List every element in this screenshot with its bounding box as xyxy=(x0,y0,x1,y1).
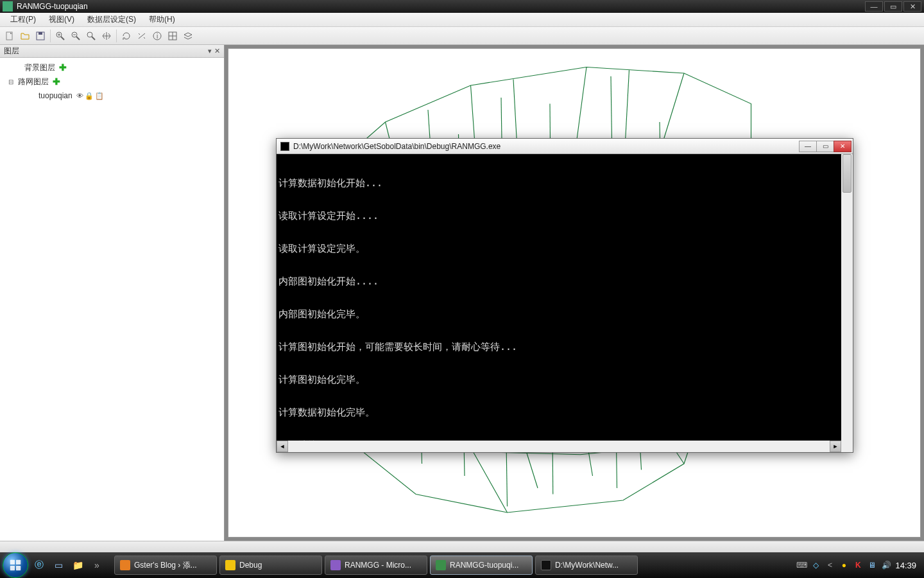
tray-chevron-icon[interactable]: ◇ xyxy=(810,560,821,570)
task-label: RANMGG-tuopuqi... xyxy=(450,561,518,570)
console-line: 读取计算设定完毕。 xyxy=(278,243,841,254)
console-maximize-button[interactable]: ▭ xyxy=(816,141,834,152)
quicklaunch-chevron-icon[interactable]: » xyxy=(89,556,105,574)
taskbar: ⓔ ▭ 📁 » Gster's Blog › 添... Debug RANMGG… xyxy=(0,552,924,578)
quicklaunch-ie-icon[interactable]: ⓔ xyxy=(31,556,47,574)
copy-icon[interactable]: 📋 xyxy=(95,92,104,100)
console-output: 计算数据初始化开始... 读取计算设定开始.... 读取计算设定完毕。 内部图初… xyxy=(278,156,841,452)
task-label: D:\MyWork\Netw... xyxy=(555,561,619,570)
system-tray: ⌨ ◇ < ● K 🖥 🔊 14:39 xyxy=(791,560,921,570)
pan-button[interactable] xyxy=(99,29,114,43)
task-label: RANMGG - Micro... xyxy=(345,561,411,570)
menubar: 工程(P) 视图(V) 数据层设定(S) 帮助(H) xyxy=(0,13,924,27)
task-icon xyxy=(225,560,235,570)
layers-button[interactable] xyxy=(181,29,195,43)
close-button[interactable]: ✕ xyxy=(903,1,921,12)
toolbar: i xyxy=(0,27,924,45)
lock-icon[interactable]: 🔒 xyxy=(85,92,94,100)
console-vscrollbar[interactable] xyxy=(841,154,853,441)
svg-rect-18 xyxy=(16,560,21,565)
panel-pin-icon[interactable]: ▾ xyxy=(208,47,212,55)
tree-row-background-layer[interactable]: 背景图层 ✚ xyxy=(0,60,224,74)
menu-datalayer[interactable]: 数据层设定(S) xyxy=(81,13,142,26)
minimize-button[interactable]: — xyxy=(865,1,883,12)
refresh-button[interactable] xyxy=(119,29,133,43)
statusbar xyxy=(0,541,924,552)
tree-expander-icon[interactable]: ⊟ xyxy=(8,78,14,85)
info-button[interactable]: i xyxy=(150,29,164,43)
new-file-button[interactable] xyxy=(3,29,17,43)
task-label: Gster's Blog › 添... xyxy=(134,560,197,571)
console-minimize-button[interactable]: — xyxy=(799,141,817,152)
settings-button[interactable] xyxy=(135,29,149,43)
quicklaunch-desktop-icon[interactable]: ▭ xyxy=(50,556,67,574)
console-body: 计算数据初始化开始... 读取计算设定开始.... 读取计算设定完毕。 内部图初… xyxy=(277,154,853,452)
console-line: 内部图初始化完毕。 xyxy=(278,309,841,320)
svg-point-10 xyxy=(87,32,92,37)
scroll-right-icon[interactable]: ► xyxy=(830,441,841,452)
console-close-button[interactable]: ✕ xyxy=(834,141,851,152)
zoom-out-button[interactable] xyxy=(69,29,83,43)
toolbar-separator xyxy=(116,30,117,42)
console-line: 计算图初始化完毕。 xyxy=(278,374,841,385)
console-window[interactable]: D:\MyWork\Network\GetSobolData\bin\Debug… xyxy=(276,138,853,453)
task-button[interactable]: Debug xyxy=(219,556,322,575)
tray-volume-icon[interactable]: 🔊 xyxy=(881,560,891,570)
svg-rect-20 xyxy=(16,566,21,570)
task-button[interactable]: D:\MyWork\Netw... xyxy=(535,556,638,575)
svg-line-8 xyxy=(76,37,80,40)
add-layer-icon[interactable]: ✚ xyxy=(59,62,67,73)
svg-text:i: i xyxy=(157,33,158,40)
save-button[interactable] xyxy=(33,29,47,43)
task-button[interactable]: Gster's Blog › 添... xyxy=(114,556,217,575)
task-button[interactable]: RANMGG-tuopuqi... xyxy=(430,556,533,575)
tree-label: tuopuqian xyxy=(38,91,73,100)
console-line: 计算数据初始化开始... xyxy=(278,178,841,189)
console-titlebar[interactable]: D:\MyWork\Network\GetSobolData\bin\Debug… xyxy=(277,139,853,154)
tray-keyboard-icon[interactable]: ⌨ xyxy=(796,560,807,570)
task-icon xyxy=(541,560,551,570)
task-button[interactable]: RANMGG - Micro... xyxy=(325,556,427,575)
zoom-fit-button[interactable] xyxy=(84,29,98,43)
console-line: 读取计算设定开始.... xyxy=(278,211,841,222)
app-title: RANMGG-tuopuqian xyxy=(17,2,865,11)
app-icon xyxy=(3,1,13,12)
tray-network-icon[interactable]: 🖥 xyxy=(867,560,877,570)
menu-help[interactable]: 帮助(H) xyxy=(142,13,182,26)
start-button[interactable] xyxy=(3,552,28,578)
window-controls: — ▭ ✕ xyxy=(865,1,921,12)
svg-line-4 xyxy=(61,37,64,40)
layer-tree: 背景图层 ✚ ⊟ 路网图层 ✚ tuopuqian 👁 🔒 📋 xyxy=(0,58,224,541)
task-icon xyxy=(120,560,130,570)
grid-button[interactable] xyxy=(166,29,180,43)
console-line: 计算数据初始化完毕。 xyxy=(278,407,841,418)
scroll-left-icon[interactable]: ◄ xyxy=(277,441,288,452)
tree-row-road-layer[interactable]: ⊟ 路网图层 ✚ xyxy=(0,74,224,89)
console-line: 计算图初始化开始，可能需要较长时间，请耐心等待... xyxy=(278,342,841,353)
scrollbar-thumb[interactable] xyxy=(843,154,851,193)
tree-label: 路网图层 xyxy=(18,76,49,87)
task-icon xyxy=(436,560,446,570)
panel-header: 图层 ▾ ✕ xyxy=(0,45,224,58)
menu-project[interactable]: 工程(P) xyxy=(4,13,42,26)
console-icon xyxy=(280,142,289,151)
zoom-in-button[interactable] xyxy=(53,29,67,43)
tray-expand-icon[interactable]: < xyxy=(825,560,835,570)
panel-close-icon[interactable]: ✕ xyxy=(214,47,220,55)
open-button[interactable] xyxy=(18,29,32,43)
task-label: Debug xyxy=(239,561,262,570)
visibility-icon[interactable]: 👁 xyxy=(76,92,83,100)
tray-status-icon[interactable]: ● xyxy=(839,560,849,570)
maximize-button[interactable]: ▭ xyxy=(884,1,902,12)
svg-rect-2 xyxy=(38,32,42,35)
console-hscrollbar[interactable]: ◄ ► xyxy=(277,441,841,452)
quicklaunch-explorer-icon[interactable]: 📁 xyxy=(69,556,86,574)
tree-label: 背景图层 xyxy=(24,62,55,73)
menu-view[interactable]: 视图(V) xyxy=(42,13,81,26)
tree-row-tuopuqian[interactable]: tuopuqian 👁 🔒 📋 xyxy=(0,89,224,103)
add-layer-icon[interactable]: ✚ xyxy=(53,76,60,87)
task-icon xyxy=(330,560,341,570)
taskbar-clock[interactable]: 14:39 xyxy=(895,561,916,570)
titlebar[interactable]: RANMGG-tuopuqian — ▭ ✕ xyxy=(0,0,924,13)
tray-antivirus-icon[interactable]: K xyxy=(853,560,863,570)
